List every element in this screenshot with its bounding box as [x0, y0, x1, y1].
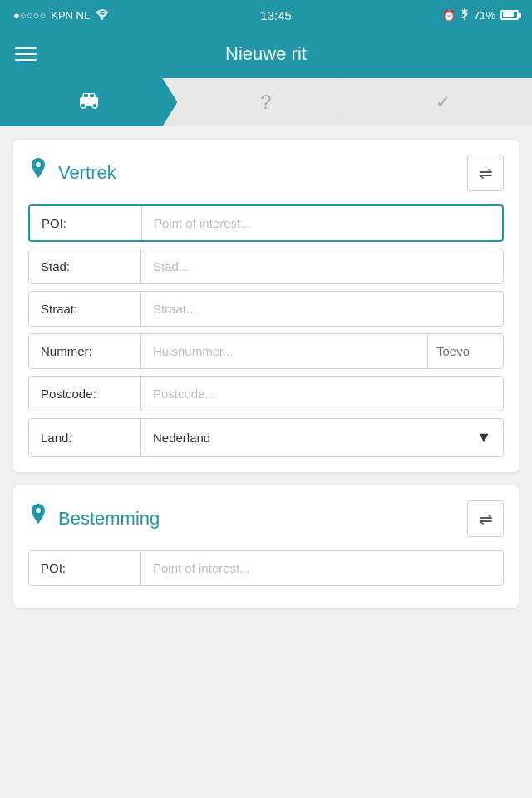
stad-input[interactable] — [141, 249, 503, 283]
question-icon: ? — [260, 91, 271, 114]
svg-point-5 — [92, 103, 97, 108]
bestemming-poi-row: POI: — [28, 550, 504, 586]
bestemming-pin-icon — [28, 504, 48, 534]
app-header: Nieuwe rit — [0, 30, 532, 78]
bestemming-header: Bestemming ⇌ — [28, 500, 504, 537]
step-tabs: ? ✓ — [0, 78, 532, 126]
bestemming-title-group: Bestemming — [28, 504, 160, 534]
signal-dots: ●○○○○ — [13, 9, 46, 22]
stad-row: Stad: — [28, 249, 504, 284]
svg-point-4 — [81, 103, 86, 108]
poi-input[interactable] — [142, 206, 502, 240]
nummer-label: Nummer: — [29, 334, 141, 368]
poi-label: POI: — [30, 206, 142, 240]
stad-label: Stad: — [29, 249, 141, 283]
land-value: Nederland — [153, 431, 210, 445]
page-title: Nieuwe rit — [225, 43, 307, 65]
toevoeging-input[interactable] — [428, 334, 503, 368]
huisnummer-input[interactable] — [141, 334, 428, 368]
postcode-input[interactable] — [141, 377, 503, 411]
vertrek-card: Vertrek ⇌ POI: Stad: Straat: Nummer: — [13, 140, 519, 472]
status-right: ⏰ 71% — [442, 7, 519, 23]
land-label: Land: — [29, 419, 141, 456]
bluetooth-icon — [461, 7, 469, 23]
battery-percentage: 71% — [474, 9, 495, 22]
main-content: Vertrek ⇌ POI: Stad: Straat: Nummer: — [0, 126, 532, 621]
bestemming-swap-icon: ⇌ — [479, 509, 493, 529]
carrier-label: KPN NL — [51, 9, 90, 22]
status-bar: ●○○○○ KPN NL 13:45 ⏰ 71% — [0, 0, 532, 30]
straat-row: Straat: — [28, 291, 504, 327]
vertrek-title: Vertrek — [58, 162, 116, 184]
vertrek-pin-icon — [28, 158, 48, 189]
land-row: Land: Nederland ▼ — [28, 418, 504, 457]
wifi-icon — [95, 8, 110, 22]
car-icon — [76, 91, 101, 114]
straat-input[interactable] — [141, 292, 503, 326]
check-icon: ✓ — [436, 91, 451, 113]
alarm-icon: ⏰ — [442, 9, 456, 22]
swap-icon: ⇌ — [479, 163, 493, 183]
bestemming-swap-button[interactable]: ⇌ — [467, 500, 504, 537]
svg-rect-7 — [90, 94, 94, 97]
bestemming-card: Bestemming ⇌ POI: — [13, 485, 519, 608]
bestemming-title: Bestemming — [58, 508, 160, 530]
status-left: ●○○○○ KPN NL — [13, 8, 110, 22]
svg-rect-6 — [84, 94, 88, 97]
tab-car[interactable] — [0, 78, 177, 126]
bestemming-poi-input[interactable] — [141, 551, 503, 585]
tab-question[interactable]: ? — [177, 78, 354, 126]
vertrek-title-group: Vertrek — [28, 158, 116, 189]
status-time: 13:45 — [260, 8, 292, 22]
hamburger-menu[interactable] — [15, 47, 37, 61]
vertrek-swap-button[interactable]: ⇌ — [467, 155, 504, 191]
battery-icon — [500, 10, 519, 20]
tab-check[interactable]: ✓ — [355, 78, 532, 126]
straat-label: Straat: — [29, 292, 141, 326]
poi-row: POI: — [28, 204, 504, 242]
chevron-down-icon: ▼ — [476, 429, 491, 446]
svg-point-0 — [101, 17, 103, 19]
postcode-row: Postcode: — [28, 376, 504, 411]
bestemming-poi-label: POI: — [29, 551, 141, 585]
nummer-row: Nummer: — [28, 333, 504, 369]
postcode-label: Postcode: — [29, 377, 141, 411]
vertrek-header: Vertrek ⇌ — [28, 155, 504, 191]
land-dropdown[interactable]: Nederland ▼ — [141, 419, 503, 456]
